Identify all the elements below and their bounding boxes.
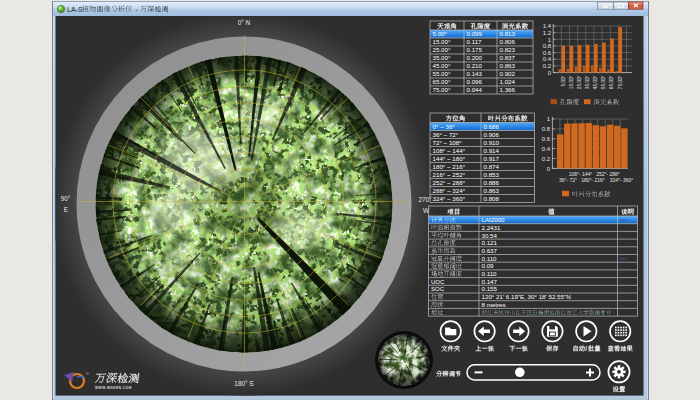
- svg-text:0.686: 0.686: [484, 123, 500, 130]
- svg-text:180° ~ 216°: 180° ~ 216°: [433, 163, 466, 170]
- svg-text:0.902: 0.902: [500, 70, 516, 77]
- svg-text:180°- 216°: 180°- 216°: [581, 177, 605, 183]
- svg-text:5.00°: 5.00°: [561, 75, 566, 86]
- svg-text:1.366: 1.366: [500, 86, 516, 93]
- svg-text:55.00°: 55.00°: [601, 75, 606, 89]
- svg-text:0.910: 0.910: [484, 139, 500, 146]
- svg-text:0.6: 0.6: [543, 50, 552, 56]
- svg-text:0.874: 0.874: [484, 163, 500, 170]
- svg-text:/: /: [585, 345, 587, 352]
- svg-text:120° 21' 6.19"E, 30° 18' 52.5: 120° 21' 6.19"E, 30° 18' 52.55"N: [482, 293, 571, 300]
- svg-text:36° ~ 72°: 36° ~ 72°: [433, 131, 459, 138]
- svg-text:65.00°: 65.00°: [433, 78, 451, 85]
- svg-text:0.121: 0.121: [482, 239, 498, 246]
- svg-text:36°- 72°: 36°- 72°: [559, 177, 577, 183]
- svg-text:0.117: 0.117: [467, 38, 483, 45]
- svg-text:0.110: 0.110: [482, 255, 498, 262]
- svg-text:90°: 90°: [61, 195, 71, 202]
- svg-text:288° ~ 324°: 288° ~ 324°: [433, 187, 466, 194]
- svg-text:0.155: 0.155: [482, 285, 498, 292]
- svg-text:0.4: 0.4: [543, 56, 552, 62]
- svg-text:108°- 144°: 108°- 144°: [569, 171, 593, 177]
- svg-text:25.00°: 25.00°: [433, 46, 451, 53]
- svg-text:1.024: 1.024: [500, 78, 516, 85]
- svg-text:15.00°: 15.00°: [569, 75, 574, 89]
- svg-text:1.2: 1.2: [543, 30, 552, 36]
- svg-text:0.806: 0.806: [500, 38, 516, 45]
- svg-text:LAI2000: LAI2000: [482, 216, 506, 223]
- svg-text:75.00°: 75.00°: [433, 86, 451, 93]
- svg-text:252° ~ 288°: 252° ~ 288°: [433, 179, 466, 186]
- svg-text:2.2431: 2.2431: [482, 224, 501, 231]
- svg-text:180° S: 180° S: [234, 380, 253, 387]
- svg-text:0.863: 0.863: [500, 62, 516, 69]
- svg-text:LA-S: LA-S: [67, 6, 83, 13]
- svg-text:144° ~ 180°: 144° ~ 180°: [433, 155, 466, 162]
- svg-text:0.917: 0.917: [484, 155, 500, 162]
- svg-text:0.863: 0.863: [484, 187, 500, 194]
- svg-text:0.906: 0.906: [484, 131, 500, 138]
- svg-text:72° ~ 108°: 72° ~ 108°: [433, 139, 463, 146]
- svg-text:15.00°: 15.00°: [433, 38, 451, 45]
- svg-text:0.8: 0.8: [543, 43, 552, 49]
- svg-text:0.837: 0.837: [500, 54, 516, 61]
- svg-text:45.00°: 45.00°: [433, 62, 451, 69]
- svg-text:25.00°: 25.00°: [577, 75, 582, 89]
- svg-text:5.00°: 5.00°: [433, 30, 448, 37]
- svg-text:0.637: 0.637: [482, 247, 498, 254]
- svg-text:0.8: 0.8: [542, 126, 551, 132]
- svg-text:0.914: 0.914: [484, 147, 500, 154]
- svg-text:0.886: 0.886: [484, 179, 500, 186]
- svg-text:0.175: 0.175: [467, 46, 483, 53]
- svg-text:W: W: [423, 207, 430, 214]
- svg-text:0.813: 0.813: [500, 30, 516, 37]
- svg-text:216° ~ 252°: 216° ~ 252°: [433, 171, 466, 178]
- svg-text:E: E: [64, 206, 68, 213]
- svg-text:0.4: 0.4: [542, 146, 551, 152]
- svg-text:WWW.WSEEN.COM: WWW.WSEEN.COM: [95, 386, 132, 390]
- svg-text:0° N: 0° N: [238, 19, 251, 26]
- svg-text:0.823: 0.823: [500, 46, 516, 53]
- svg-text:252°- 288°: 252°- 288°: [596, 171, 620, 177]
- svg-text:65.00°: 65.00°: [609, 75, 614, 89]
- svg-text:0.147: 0.147: [482, 278, 498, 285]
- svg-text:35.00°: 35.00°: [585, 75, 590, 89]
- svg-text:30.54: 30.54: [482, 232, 498, 239]
- svg-text:0.099: 0.099: [467, 30, 483, 37]
- svg-text:55.00°: 55.00°: [433, 70, 451, 77]
- svg-text:0.096: 0.096: [467, 78, 483, 85]
- svg-text:0° ~ 36°: 0° ~ 36°: [433, 123, 456, 130]
- svg-text:0.6: 0.6: [542, 136, 551, 142]
- svg-text:SOC: SOC: [431, 286, 445, 292]
- svg-text:0.853: 0.853: [484, 171, 500, 178]
- svg-text:0.09: 0.09: [482, 262, 495, 269]
- svg-text:75.00°: 75.00°: [618, 75, 623, 89]
- svg-text:45.00°: 45.00°: [593, 75, 598, 89]
- svg-text:0.2: 0.2: [543, 63, 552, 69]
- svg-text:108° ~ 144°: 108° ~ 144°: [433, 147, 466, 154]
- svg-text:0.044: 0.044: [467, 86, 483, 93]
- svg-text:0.210: 0.210: [467, 62, 483, 69]
- svg-text:0.808: 0.808: [484, 195, 500, 202]
- svg-text:0.200: 0.200: [467, 54, 483, 61]
- svg-text:UOC: UOC: [431, 279, 445, 285]
- svg-text:0.143: 0.143: [467, 70, 483, 77]
- svg-text:1.4: 1.4: [543, 23, 552, 29]
- svg-text:35.00°: 35.00°: [433, 54, 451, 61]
- svg-text:0.2: 0.2: [542, 156, 551, 162]
- svg-text:324°- 360°: 324°- 360°: [610, 177, 634, 183]
- svg-text:®: ®: [86, 371, 89, 376]
- svg-text:0.110: 0.110: [482, 270, 498, 277]
- svg-text:8 metres: 8 metres: [482, 301, 506, 308]
- svg-text:324° ~ 360°: 324° ~ 360°: [433, 195, 466, 202]
